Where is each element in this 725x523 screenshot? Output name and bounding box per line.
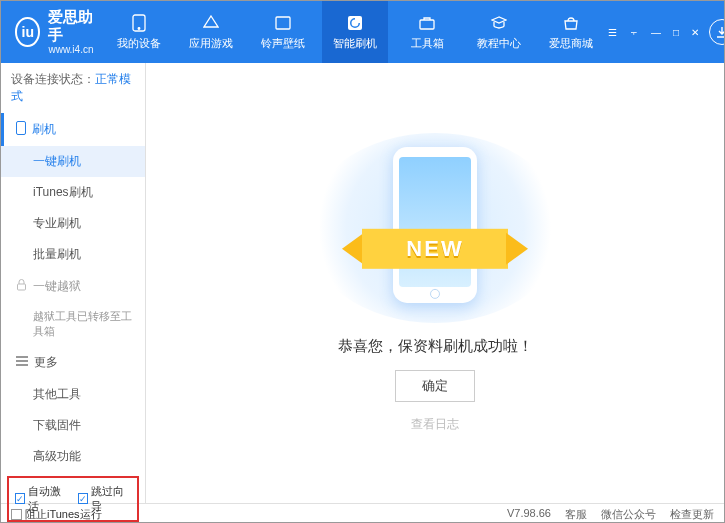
lock-icon[interactable]: ⫟ <box>625 25 643 40</box>
sidebar-item-itunes-flash[interactable]: iTunes刷机 <box>1 177 145 208</box>
svg-rect-7 <box>18 284 26 290</box>
jailbreak-note: 越狱工具已转移至工具箱 <box>1 303 145 346</box>
minimize-icon[interactable]: — <box>647 25 665 40</box>
svg-point-1 <box>138 27 140 29</box>
checkbox-block-itunes[interactable]: 阻止iTunes运行 <box>11 507 102 522</box>
app-title: 爱思助手 <box>48 8 98 44</box>
nav-tutorials[interactable]: 教程中心 <box>466 1 532 63</box>
nav-store[interactable]: 爱思商城 <box>538 1 604 63</box>
sidebar-item-pro-flash[interactable]: 专业刷机 <box>1 208 145 239</box>
success-illustration: NEW <box>305 133 565 323</box>
sidebar-item-other-tools[interactable]: 其他工具 <box>1 379 145 410</box>
header: iu 爱思助手 www.i4.cn 我的设备 应用游戏 铃声壁纸 智能刷机 工具… <box>1 1 724 63</box>
menu-icon[interactable]: ☰ <box>604 25 621 40</box>
footer-link-wechat[interactable]: 微信公众号 <box>601 507 656 522</box>
version-label: V7.98.66 <box>507 507 551 522</box>
apps-icon <box>202 14 220 32</box>
maximize-icon[interactable]: □ <box>669 25 683 40</box>
nav-ringtones[interactable]: 铃声壁纸 <box>250 1 316 63</box>
svg-rect-2 <box>276 17 290 29</box>
svg-rect-4 <box>420 20 434 29</box>
section-jailbreak[interactable]: 一键越狱 <box>1 270 145 303</box>
confirm-button[interactable]: 确定 <box>395 370 475 402</box>
logo-area: iu 爱思助手 www.i4.cn <box>15 8 98 56</box>
nav-smart-flash[interactable]: 智能刷机 <box>322 1 388 63</box>
store-icon <box>562 14 580 32</box>
window-controls: ☰ ⫟ — □ ✕ <box>604 25 703 40</box>
sidebar-item-advanced[interactable]: 高级功能 <box>1 441 145 472</box>
connection-status: 设备连接状态：正常模式 <box>1 63 145 113</box>
success-message: 恭喜您，保资料刷机成功啦！ <box>338 337 533 356</box>
book-icon <box>490 14 508 32</box>
view-log-link[interactable]: 查看日志 <box>411 416 459 433</box>
section-more[interactable]: 更多 <box>1 346 145 379</box>
lock-icon <box>16 279 27 294</box>
sidebar-item-download-firmware[interactable]: 下载固件 <box>1 410 145 441</box>
ribbon-text: NEW <box>362 229 508 269</box>
svg-rect-6 <box>17 122 26 135</box>
sidebar: 设备连接状态：正常模式 刷机 一键刷机 iTunes刷机 专业刷机 批量刷机 一… <box>1 63 146 503</box>
nav-apps-games[interactable]: 应用游戏 <box>178 1 244 63</box>
menu-icon <box>16 355 28 369</box>
app-url: www.i4.cn <box>48 44 98 56</box>
section-flash[interactable]: 刷机 <box>1 113 145 146</box>
nav-toolbox[interactable]: 工具箱 <box>394 1 460 63</box>
refresh-icon <box>346 14 364 32</box>
main-content: NEW 恭喜您，保资料刷机成功啦！ 确定 查看日志 <box>146 63 724 503</box>
phone-icon <box>16 121 26 138</box>
sidebar-item-batch-flash[interactable]: 批量刷机 <box>1 239 145 270</box>
wallpaper-icon <box>274 14 292 32</box>
toolbox-icon <box>418 14 436 32</box>
nav-my-device[interactable]: 我的设备 <box>106 1 172 63</box>
main-nav: 我的设备 应用游戏 铃声壁纸 智能刷机 工具箱 教程中心 爱思商城 <box>106 1 604 63</box>
sidebar-item-oneclick-flash[interactable]: 一键刷机 <box>1 146 145 177</box>
close-icon[interactable]: ✕ <box>687 25 703 40</box>
logo-icon: iu <box>15 17 40 47</box>
download-button[interactable] <box>709 19 725 45</box>
phone-icon <box>130 14 148 32</box>
footer-link-support[interactable]: 客服 <box>565 507 587 522</box>
header-right: ☰ ⫟ — □ ✕ <box>604 19 725 45</box>
footer-link-update[interactable]: 检查更新 <box>670 507 714 522</box>
